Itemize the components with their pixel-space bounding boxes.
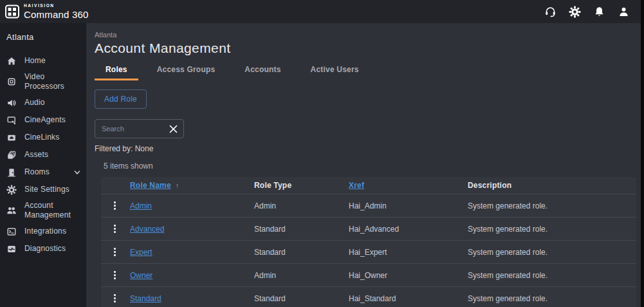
column-xref[interactable]: Xref [349,181,468,190]
app-window: HAIVISION Command 360 Atlanta Home [0,0,644,307]
sidebar-item-video-processors[interactable]: Video Processors [0,70,86,94]
sidebar-item-cineagents[interactable]: CineAgents [0,111,86,129]
search-box [95,119,184,138]
role-type-cell: Standard [254,225,349,234]
row-actions-menu-icon[interactable] [109,270,120,281]
cinelinks-icon [6,133,17,143]
table-row: Admin Admin Hai_Admin System generated r… [101,194,636,218]
column-description: Description [468,181,636,190]
integrations-icon [6,227,17,237]
row-actions-menu-icon[interactable] [109,293,120,304]
assets-icon [6,150,17,160]
roles-table: Role Name↑ Role Type Xref Description Ad… [101,177,636,307]
row-actions-menu-icon[interactable] [109,223,120,235]
support-icon[interactable] [544,6,557,18]
window-edge [641,0,644,307]
column-role-type: Role Type [254,181,349,190]
sidebar-item-rooms[interactable]: Rooms [0,163,86,181]
table-row: Advanced Standard Hai_Advanced System ge… [101,218,636,241]
row-actions-menu-icon[interactable] [109,247,120,258]
account-icon[interactable] [618,6,630,18]
people-icon [6,205,17,216]
sort-ascending-icon: ↑ [176,181,179,189]
sidebar-item-home[interactable]: Home [0,52,86,70]
role-type-cell: Admin [254,271,349,280]
chevron-down-icon [73,169,81,176]
sidebar-item-site-settings[interactable]: Site Settings [0,181,86,198]
tab-roles[interactable]: Roles [95,62,138,80]
page-title: Account Management [95,41,636,56]
role-name-link[interactable]: Admin [130,201,254,210]
tab-bar: Roles Access Groups Accounts Active User… [95,62,636,80]
sidebar-item-assets[interactable]: Assets [0,146,86,163]
product-name: Command 360 [24,10,89,19]
description-cell: System generated role. [468,225,636,234]
sidebar-item-integrations[interactable]: Integrations [0,223,86,240]
table-row: Owner Admin Hai_Owner System generated r… [101,264,636,287]
home-icon [6,56,17,66]
filter-status: Filtered by: None [95,144,636,153]
sidebar-item-cinelinks[interactable]: CineLinks [0,129,86,146]
role-name-link[interactable]: Standard [130,294,254,303]
brand-logo: HAIVISION Command 360 [5,4,89,19]
cineagents-icon [6,115,17,126]
role-name-link[interactable]: Owner [130,271,254,280]
chip-icon [6,77,17,87]
sidebar-item-account-management[interactable]: Account Management [0,198,86,223]
row-actions-menu-icon[interactable] [109,200,120,212]
role-type-cell: Standard [254,248,349,257]
xref-cell: Hai_Standard [349,294,468,303]
description-cell: System generated role. [468,201,636,210]
breadcrumb: Atlanta [95,31,636,39]
role-type-cell: Admin [254,201,349,210]
xref-cell: Hai_Owner [349,271,468,280]
sidebar-item-diagnostics[interactable]: Diagnostics [0,240,86,257]
description-cell: System generated role. [468,294,636,303]
xref-cell: Hai_Advanced [349,225,468,234]
topbar-actions [544,6,630,18]
table-row: Standard Standard Hai_Standard System ge… [101,287,636,307]
tab-active-users[interactable]: Active Users [300,62,370,80]
haivision-logo-icon [5,5,19,19]
rooms-icon [6,167,17,178]
search-input[interactable] [102,125,169,133]
tab-access-groups[interactable]: Access Groups [146,62,226,80]
role-name-link[interactable]: Expert [130,248,254,257]
role-type-cell: Standard [254,294,349,303]
audio-icon [6,98,17,108]
add-role-button[interactable]: Add Role [95,89,147,109]
brand-name: HAIVISION [24,4,89,8]
sidebar-nav: Home Video Processors [0,52,86,257]
items-count: 5 items shown [104,162,636,171]
diagnostics-icon [6,244,17,254]
topbar: HAIVISION Command 360 [0,0,644,23]
table-row: Expert Standard Hai_Expert System genera… [101,241,636,264]
sidebar-item-audio[interactable]: Audio [0,94,86,111]
sidebar: Atlanta Home Video Processors [0,23,86,307]
settings-icon[interactable] [569,6,581,18]
description-cell: System generated role. [468,248,636,257]
tab-accounts[interactable]: Accounts [234,62,291,80]
main-content: Atlanta Account Management Roles Access … [86,23,644,307]
role-name-link[interactable]: Advanced [130,225,254,234]
xref-cell: Hai_Expert [349,248,468,257]
clear-search-icon[interactable] [169,125,178,133]
description-cell: System generated role. [468,271,636,280]
gear-icon [6,185,17,195]
column-role-name[interactable]: Role Name↑ [130,181,254,190]
site-name: Atlanta [0,28,86,48]
xref-cell: Hai_Admin [349,201,468,210]
notifications-icon[interactable] [593,6,605,18]
table-header-row: Role Name↑ Role Type Xref Description [101,177,636,194]
